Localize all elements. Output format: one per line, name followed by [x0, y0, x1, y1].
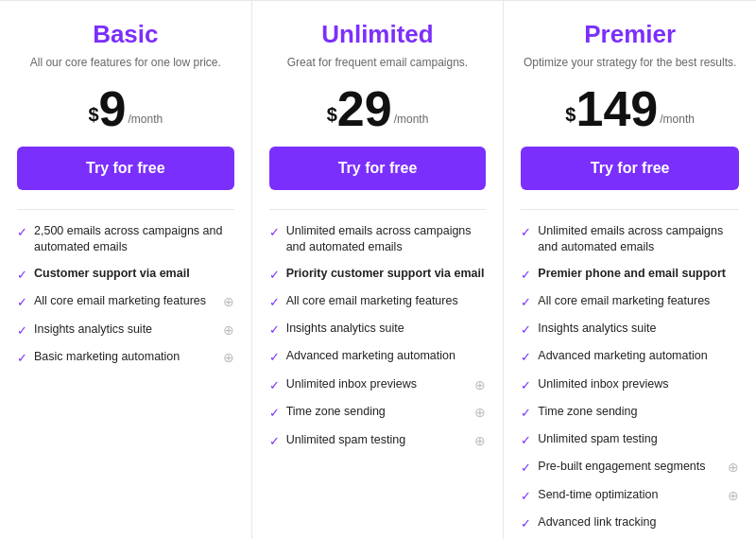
info-icon[interactable]: ⊕ — [728, 487, 739, 506]
feature-text: Basic marketing automation — [34, 349, 219, 366]
feature-left: ✓All core email marketing features — [521, 293, 739, 311]
feature-left: ✓All core email marketing features — [269, 293, 487, 311]
feature-text: All core email marketing features — [538, 293, 739, 310]
feature-left: ✓Time zone sending — [521, 404, 739, 422]
list-item: ✓Unlimited emails across campaigns and a… — [269, 223, 487, 256]
feature-left: ✓Unlimited spam testing — [269, 432, 472, 450]
list-item: ✓Priority customer support via email — [269, 266, 487, 284]
feature-text: Send-time optimization — [538, 487, 724, 504]
feature-text: Insights analytics suite — [538, 321, 739, 338]
list-item: ✓Unlimited inbox previews⊕ — [269, 376, 487, 395]
feature-text: Insights analytics suite — [34, 322, 219, 339]
plan-title-basic: Basic — [17, 20, 234, 49]
price-amount-unlimited: 29 — [337, 84, 392, 133]
check-icon: ✓ — [269, 322, 280, 339]
check-icon: ✓ — [521, 294, 531, 311]
plan-subtitle-basic: All our core features for one low price. — [17, 55, 234, 71]
info-icon[interactable]: ⊕ — [223, 322, 234, 340]
feature-left: ✓Insights analytics suite — [17, 322, 219, 339]
plan-title-unlimited: Unlimited — [269, 20, 487, 49]
price-period-basic: /month — [129, 113, 163, 126]
list-item: ✓Pre-built engagement segments⊕ — [521, 459, 739, 478]
list-item: ✓All core email marketing features — [269, 293, 487, 311]
info-icon[interactable]: ⊕ — [474, 432, 486, 451]
feature-list-basic: ✓2,500 emails across campaigns and autom… — [17, 223, 234, 368]
check-icon: ✓ — [521, 224, 531, 241]
divider-unlimited — [269, 209, 487, 210]
feature-text: Time zone sending — [538, 404, 739, 421]
feature-left: ✓Unlimited spam testing — [521, 431, 739, 449]
info-icon[interactable]: ⊕ — [223, 349, 234, 368]
feature-text: Unlimited spam testing — [286, 432, 472, 449]
feature-text: Priority customer support via email — [286, 266, 487, 283]
feature-left: ✓Advanced marketing automation — [521, 348, 739, 366]
price-row-unlimited: $29/month — [269, 84, 487, 133]
feature-left: ✓Insights analytics suite — [269, 321, 487, 339]
check-icon: ✓ — [269, 377, 280, 394]
list-item: ✓Time zone sending⊕ — [269, 404, 487, 423]
feature-left: ✓Advanced marketing automation — [269, 348, 487, 366]
feature-left: ✓Unlimited emails across campaigns and a… — [521, 223, 739, 256]
plan-subtitle-premier: Optimize your strategy for the best resu… — [521, 55, 739, 71]
list-item: ✓Premier phone and email support — [521, 266, 739, 284]
list-item: ✓2,500 emails across campaigns and autom… — [17, 223, 234, 256]
list-item: ✓Unlimited inbox previews — [521, 376, 739, 394]
plan-col-premier: PremierOptimize your strategy for the be… — [504, 1, 756, 539]
check-icon: ✓ — [17, 267, 27, 284]
feature-text: All core email marketing features — [286, 293, 487, 310]
check-icon: ✓ — [521, 405, 531, 422]
feature-text: Unlimited spam testing — [538, 431, 739, 448]
try-btn-premier[interactable]: Try for free — [521, 147, 739, 190]
price-row-premier: $149/month — [521, 84, 739, 133]
feature-left: ✓Basic marketing automation — [17, 349, 219, 367]
feature-left: ✓2,500 emails across campaigns and autom… — [17, 223, 234, 256]
list-item: ✓Send-time optimization⊕ — [521, 487, 739, 506]
info-icon[interactable]: ⊕ — [728, 459, 739, 478]
list-item: ✓All core email marketing features — [521, 293, 739, 311]
list-item: ✓Unlimited spam testing⊕ — [269, 432, 487, 451]
info-icon[interactable]: ⊕ — [223, 293, 234, 312]
try-btn-unlimited[interactable]: Try for free — [269, 147, 487, 190]
plan-subtitle-unlimited: Great for frequent email campaigns. — [269, 55, 487, 71]
check-icon: ✓ — [269, 349, 280, 366]
feature-left: ✓Advanced link tracking — [521, 514, 739, 532]
feature-text: Unlimited emails across campaigns and au… — [538, 223, 739, 256]
price-dollar-premier: $ — [565, 104, 576, 126]
price-amount-premier: 149 — [576, 84, 658, 133]
feature-text: Advanced marketing automation — [286, 348, 487, 365]
check-icon: ✓ — [17, 322, 27, 339]
list-item: ✓Insights analytics suite — [269, 321, 487, 339]
price-dollar-unlimited: $ — [327, 104, 337, 126]
check-icon: ✓ — [521, 377, 531, 394]
check-icon: ✓ — [521, 488, 531, 505]
feature-text: Premier phone and email support — [538, 266, 739, 283]
pricing-grid: BasicAll our core features for one low p… — [0, 0, 756, 539]
check-icon: ✓ — [269, 224, 280, 241]
list-item: ✓Advanced link tracking — [521, 514, 739, 532]
feature-list-unlimited: ✓Unlimited emails across campaigns and a… — [269, 223, 487, 451]
list-item: ✓Time zone sending — [521, 404, 739, 422]
feature-left: ✓Unlimited emails across campaigns and a… — [269, 223, 487, 256]
check-icon: ✓ — [269, 405, 280, 422]
try-btn-basic[interactable]: Try for free — [17, 147, 234, 190]
feature-left: ✓Unlimited inbox previews — [521, 376, 739, 394]
check-icon: ✓ — [521, 267, 531, 284]
feature-text: Unlimited inbox previews — [538, 376, 739, 393]
plan-col-unlimited: UnlimitedGreat for frequent email campai… — [252, 1, 505, 539]
feature-left: ✓Unlimited inbox previews — [269, 376, 472, 394]
feature-left: ✓All core email marketing features — [17, 293, 219, 311]
divider-premier — [521, 209, 739, 210]
feature-left: ✓Priority customer support via email — [269, 266, 487, 284]
list-item: ✓Customer support via email — [17, 266, 234, 284]
list-item: ✓Basic marketing automation⊕ — [17, 349, 234, 368]
check-icon: ✓ — [17, 350, 27, 367]
feature-left: ✓Time zone sending — [269, 404, 472, 422]
info-icon[interactable]: ⊕ — [474, 404, 486, 423]
price-row-basic: $9/month — [17, 84, 234, 133]
check-icon: ✓ — [521, 432, 531, 449]
check-icon: ✓ — [521, 349, 531, 366]
price-period-premier: /month — [660, 113, 695, 126]
price-period-unlimited: /month — [394, 113, 429, 126]
info-icon[interactable]: ⊕ — [474, 376, 486, 395]
feature-left: ✓Premier phone and email support — [521, 266, 739, 284]
